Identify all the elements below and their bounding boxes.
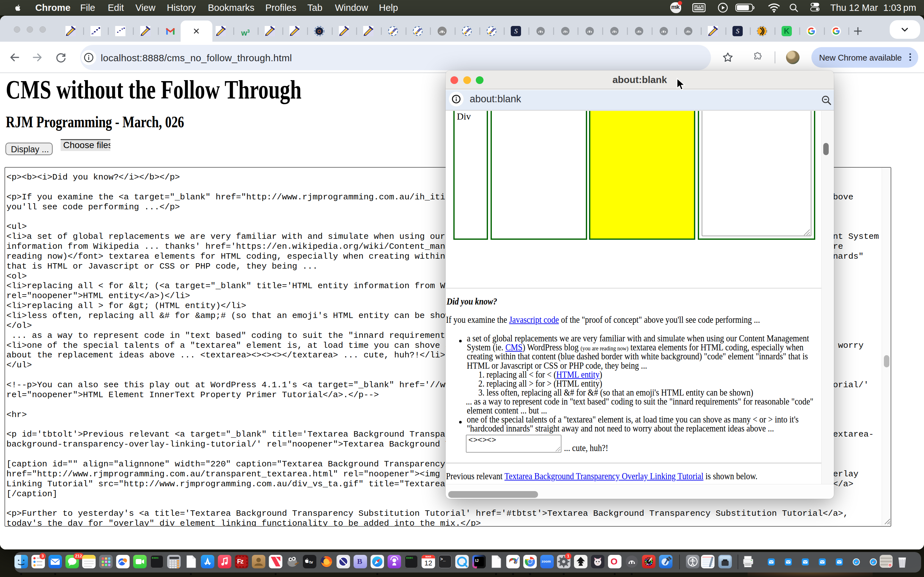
svg-text:tv: tv — [309, 560, 313, 564]
svg-text:O: O — [318, 29, 321, 34]
